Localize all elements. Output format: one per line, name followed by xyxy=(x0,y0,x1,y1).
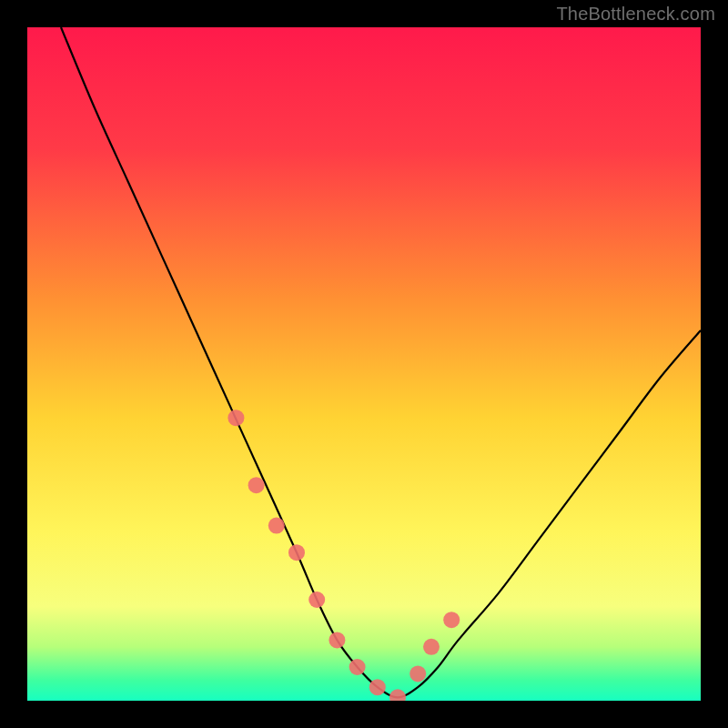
marker-point xyxy=(329,632,345,648)
marker-point xyxy=(443,612,460,628)
marker-point xyxy=(410,665,426,682)
marker-point xyxy=(288,544,305,561)
chart-frame: TheBottleneck.com xyxy=(0,0,728,728)
marker-point xyxy=(349,659,366,675)
marker-point xyxy=(268,518,285,534)
watermark-label: TheBottleneck.com xyxy=(556,4,715,25)
bottleneck-chart xyxy=(27,27,701,701)
marker-point xyxy=(369,679,386,695)
marker-point xyxy=(308,592,325,608)
marker-point xyxy=(228,410,244,426)
marker-point xyxy=(423,639,440,655)
plot-area xyxy=(27,27,701,701)
marker-point xyxy=(248,477,265,493)
gradient-background xyxy=(27,27,701,701)
